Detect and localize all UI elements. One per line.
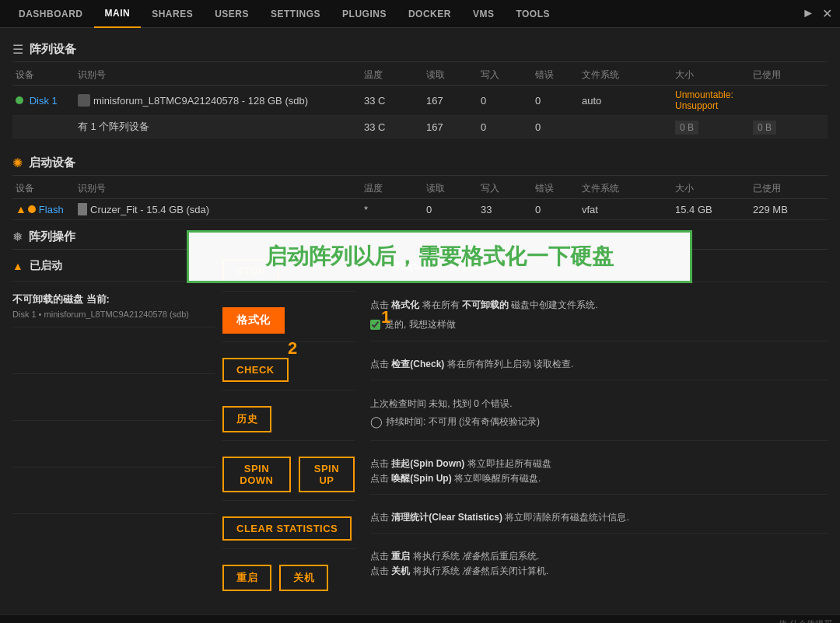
close-icon[interactable]: ✕ (822, 6, 832, 21)
nav-shares[interactable]: SHARES (141, 0, 204, 28)
reboot-shutdown-description: 点击 重启 将执行系统 准备然后重启系统. 点击 关机 将执行系统 准备然后关闭… (370, 549, 828, 579)
format-confirm-checkbox[interactable] (370, 320, 380, 330)
disk1-id: minisforum_L8TMC9A21240578 - 128 GB (sdb… (75, 94, 361, 107)
format-confirm-label: 是的, 我想这样做 (385, 317, 456, 332)
terminal-icon[interactable]: ► (802, 6, 814, 21)
spindown-button[interactable]: SPIN DOWN (222, 457, 291, 492)
boot-col-size: 大小 (672, 182, 750, 195)
summary-error: 0 (532, 121, 579, 133)
disk1-temp: 33 C (361, 95, 423, 107)
array-status-label: 已启动 (30, 259, 62, 273)
summary-size: 0 B (672, 121, 750, 133)
boot-devices-table: 设备 识别号 温度 读取 写入 错误 文件系统 大小 已使用 ▲ Flash C… (12, 179, 828, 220)
summary-write: 0 (478, 121, 532, 133)
col-temp: 温度 (361, 68, 423, 82)
array-devices-table-header: 设备 识别号 温度 读取 写入 错误 文件系统 大小 已使用 (12, 65, 828, 86)
stop-button[interactable]: STOP (222, 259, 279, 283)
flash-id: Cruzer_Fit - 15.4 GB (sda) (75, 203, 361, 215)
boot-col-id: 识别号 (75, 182, 361, 195)
bottom-bar: 值 什么值得买 (0, 614, 840, 623)
col-id: 识别号 (75, 68, 361, 82)
unmountable-disks: Disk 1 • minisforum_L8TMC9A21240578 (sdb… (12, 310, 215, 319)
disk1-status-dot (16, 96, 23, 104)
format-description: 点击 格式化 将在所有 不可卸载的 磁盘中创建文件系统. 是的, 我想这样做 (370, 298, 828, 341)
nav-plugins[interactable]: PLUGINS (331, 0, 397, 28)
boot-icon: ✺ (12, 156, 23, 170)
boot-col-write: 写入 (478, 182, 532, 195)
spin-description: 点击 挂起(Spin Down) 将立即挂起所有磁盘 点击 唤醒(Spin Up… (370, 457, 828, 495)
summary-read: 167 (423, 121, 478, 133)
flash-error: 0 (532, 204, 579, 215)
flash-status-dot (28, 205, 36, 213)
check-button[interactable]: CHECK (222, 358, 289, 382)
boot-devices-section-header: ✺ 启动设备 (12, 149, 828, 176)
clearstats-description: 点击 清理统计(Clear Statistics) 将立即清除所有磁盘统计信息. (370, 510, 828, 534)
nav-settings[interactable]: SETTINGS (260, 0, 331, 28)
col-size: 大小 (672, 68, 750, 82)
stop-description: 点击 停止(Stop) 将会使该阵列脱机. (370, 259, 828, 282)
boot-col-error: 错误 (532, 182, 579, 195)
boot-devices-title: 启动设备 (29, 156, 75, 170)
col-fs: 文件系统 (579, 68, 672, 82)
nav-dashboard[interactable]: DASHBOARD (8, 0, 94, 28)
array-ops-title: 阵列操作 (29, 229, 75, 244)
flash-temp: * (361, 204, 423, 215)
flash-write: 33 (478, 204, 532, 215)
boot-col-temp: 温度 (361, 182, 423, 195)
status-warn-icon: ▲ (12, 260, 23, 272)
boot-col-fs: 文件系统 (579, 182, 672, 195)
summary-label: 有 1 个阵列设备 (75, 120, 361, 134)
flash-icon (78, 203, 87, 215)
ops-left-column: ▲ 已启动 不可卸载的磁盘 当前: Disk 1 • minisforum_L8… (12, 259, 215, 607)
boot-col-used: 已使用 (750, 182, 828, 195)
nav-vms[interactable]: VMS (462, 0, 506, 28)
flash-used: 229 MB (750, 204, 828, 215)
reboot-button[interactable]: 重启 (222, 565, 271, 591)
nav-main[interactable]: MAIN (94, 0, 142, 28)
history-description: 上次检查时间 未知, 找到 0 个错误. ◯ 持续时间: 不可用 (没有奇偶校验… (370, 396, 828, 441)
flash-row: ▲ Flash Cruzer_Fit - 15.4 GB (sda) * 0 3… (12, 199, 828, 220)
disk1-size: Unmountable: Unsupport (672, 89, 750, 111)
array-devices-table: 设备 识别号 温度 读取 写入 错误 文件系统 大小 已使用 Disk 1 mi… (12, 65, 828, 138)
col-write: 写入 (478, 68, 532, 82)
array-ops-header: ❅ 阵列操作 (12, 229, 828, 250)
top-navigation: DASHBOARD MAIN SHARES USERS SETTINGS PLU… (0, 0, 840, 28)
ops-right-column: 点击 停止(Stop) 将会使该阵列脱机. 点击 格式化 将在所有 不可卸载的 … (355, 259, 828, 607)
snowflake-icon: ❅ (12, 229, 23, 244)
nav-docker[interactable]: DOCKER (397, 0, 462, 28)
history-button[interactable]: 历史 (222, 406, 271, 432)
flash-warn-icon: ▲ (16, 203, 26, 215)
clock-icon: ◯ (370, 412, 383, 432)
array-devices-section-header: ☰ 阵列设备 (12, 36, 828, 62)
nav-users[interactable]: USERS (204, 0, 260, 28)
summary-temp: 33 C (361, 121, 423, 133)
col-device: 设备 (12, 68, 75, 82)
summary-used: 0 B (750, 121, 828, 133)
boot-col-device: 设备 (12, 182, 75, 195)
flash-size: 15.4 GB (672, 204, 750, 215)
disk1-write: 0 (478, 95, 532, 107)
shutdown-button[interactable]: 关机 (279, 565, 328, 591)
check-description: 点击 检查(Check) 将在所有阵列上启动 读取检查. (370, 357, 828, 380)
flash-label[interactable]: Flash (39, 204, 64, 215)
col-error: 错误 (532, 68, 579, 82)
spinup-button[interactable]: SPIN UP (299, 457, 355, 492)
disk1-fs: auto (579, 95, 672, 107)
clear-statistics-button[interactable]: CLEAR STATISTICS (222, 516, 352, 541)
disk1-error: 0 (532, 95, 579, 107)
disk1-device: Disk 1 (12, 95, 75, 107)
nav-tools[interactable]: TOOLS (505, 0, 561, 28)
boot-col-read: 读取 (423, 182, 478, 195)
col-read: 读取 (423, 68, 478, 82)
array-disk1-row: Disk 1 minisforum_L8TMC9A21240578 - 128 … (12, 86, 828, 116)
flash-device: ▲ Flash (12, 203, 75, 215)
disk-icon (78, 94, 90, 107)
ops-center-column: STOP 格式化 CHECK 历史 (215, 259, 355, 607)
bottom-bar-text: 值 什么值得买 (779, 618, 832, 623)
flash-read: 0 (423, 204, 478, 215)
disk1-label[interactable]: Disk 1 (30, 95, 58, 107)
array-devices-title: 阵列设备 (30, 42, 76, 57)
format-button[interactable]: 格式化 (222, 307, 285, 334)
disk1-read: 167 (423, 95, 478, 107)
unmountable-label: 不可卸载的磁盘 当前: (12, 292, 215, 306)
